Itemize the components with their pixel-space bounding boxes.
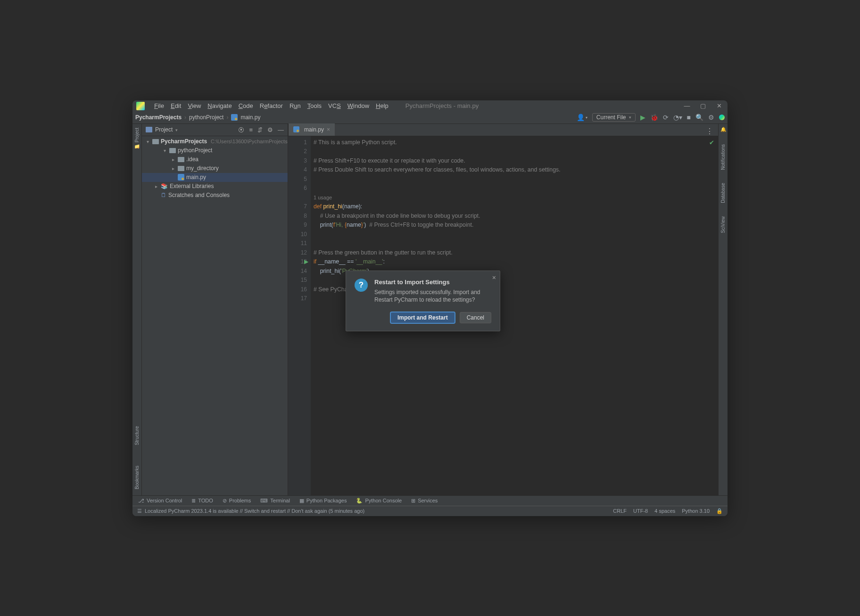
tool-icon: ⊞ [411, 498, 415, 504]
menu-window[interactable]: Window [345, 101, 372, 110]
status-bar: ☰Localized PyCharm 2023.1.4 is available… [132, 506, 728, 516]
bookmarks-tool-button[interactable]: Bookmarks [134, 465, 140, 490]
menu-help[interactable]: Help [373, 101, 391, 110]
notifications-tool-button[interactable]: Notifications [720, 143, 726, 171]
status-message[interactable]: ☰Localized PyCharm 2023.1.4 is available… [137, 508, 364, 514]
stop-icon[interactable]: ■ [687, 114, 691, 121]
tool-icon: ⎇ [138, 498, 144, 504]
status-indicator[interactable]: Python 3.10 [682, 508, 710, 514]
tree-item[interactable]: ▾pythonProject [142, 146, 288, 155]
dialog-close-icon[interactable]: × [492, 274, 496, 281]
settings-gear-icon[interactable]: ⚙ [267, 126, 273, 133]
tool-icon: 🐍 [356, 498, 363, 504]
sciview-tool-button[interactable]: SciView [720, 215, 726, 234]
tree-item-label: External Libraries [170, 183, 214, 189]
project-sidebar: Project ⦿ ≡ ⇵ ⚙ — ▾ PycharmProjects C:\U… [142, 124, 288, 495]
coverage-icon[interactable]: ⟳ [663, 114, 669, 121]
run-icon[interactable]: ▶ [640, 114, 645, 121]
chevron-right-icon[interactable]: ▸ [170, 157, 176, 162]
collapse-all-icon[interactable]: ⇵ [257, 126, 263, 133]
menu-vcs[interactable]: VCS [325, 101, 344, 110]
chevron-right-icon[interactable]: ▸ [170, 166, 176, 171]
tree-item[interactable]: ▸my_directory [142, 164, 288, 173]
select-opened-file-icon[interactable]: ⦿ [238, 126, 244, 133]
expand-all-icon[interactable]: ≡ [249, 126, 253, 133]
breadcrumb-item[interactable]: main.py [240, 114, 260, 121]
tool-icon: ≣ [191, 498, 196, 504]
folder-icon [178, 157, 184, 162]
status-indicator[interactable]: CRLF [613, 508, 627, 514]
scratch-icon: 🗒 [161, 192, 166, 198]
search-icon[interactable]: 🔍 [695, 114, 703, 121]
close-button[interactable]: ✕ [714, 102, 724, 109]
status-indicator[interactable]: UTF-8 [633, 508, 648, 514]
chevron-right-icon: › [226, 114, 228, 121]
chevron-right-icon[interactable]: ▸ [153, 184, 159, 189]
bottom-tool-python-packages[interactable]: ▦Python Packages [299, 498, 347, 504]
bottom-tool-problems[interactable]: ⊘Problems [223, 498, 251, 504]
menu-run[interactable]: Run [287, 101, 304, 110]
tab-more-icon[interactable]: ⋮ [701, 127, 718, 136]
cancel-button[interactable]: Cancel [460, 312, 491, 323]
breadcrumb-item[interactable]: PycharmProjects [135, 114, 182, 121]
project-tool-button[interactable]: 📁Project [134, 127, 140, 151]
lock-icon[interactable]: 🔒 [716, 508, 723, 514]
chevron-down-icon[interactable]: ▾ [145, 139, 150, 144]
notifications-bell-icon[interactable]: 🔔 [720, 127, 726, 132]
code-with-me-icon[interactable] [719, 115, 725, 120]
minimize-button[interactable]: — [682, 102, 692, 109]
editor-tab[interactable]: main.py × [288, 123, 335, 136]
debug-icon[interactable]: 🐞 [650, 114, 658, 121]
bottom-tool-terminal[interactable]: ⌨Terminal [260, 498, 290, 504]
tree-item[interactable]: ▸.idea [142, 155, 288, 164]
tree-root-name[interactable]: PycharmProjects [161, 138, 207, 145]
project-icon [146, 127, 152, 132]
line-number-gutter[interactable]: 123456 789101112▶1314151617 [288, 136, 311, 495]
folder-icon [152, 139, 159, 144]
account-icon[interactable]: 👤 [577, 114, 587, 121]
tree-item[interactable]: main.py [142, 173, 288, 182]
tree-item-label: .idea [186, 156, 198, 163]
import-and-restart-button[interactable]: Import and Restart [390, 312, 455, 323]
database-tool-button[interactable]: Database [720, 182, 726, 204]
close-tab-icon[interactable]: × [327, 126, 330, 133]
pycharm-logo-icon [136, 102, 145, 110]
tree-item-label: my_directory [186, 165, 219, 172]
settings-icon[interactable]: ⚙ [708, 114, 714, 121]
python-file-icon [231, 114, 238, 121]
status-indicator[interactable]: 4 spaces [654, 508, 675, 514]
bottom-tool-version-control[interactable]: ⎇Version Control [138, 498, 182, 504]
breadcrumb-item[interactable]: pythonProject [189, 114, 223, 121]
menu-navigate[interactable]: Navigate [205, 101, 234, 110]
inspection-ok-icon[interactable]: ✔ [709, 139, 714, 146]
bottom-tool-todo[interactable]: ≣TODO [191, 498, 213, 504]
run-config-selector[interactable]: Current File [592, 113, 636, 122]
menu-code[interactable]: Code [236, 101, 256, 110]
python-file-icon [178, 174, 184, 181]
menu-tools[interactable]: Tools [305, 101, 324, 110]
tool-icon: ⌨ [260, 498, 268, 504]
restart-import-dialog: × ? Restart to Import Settings Settings … [346, 271, 500, 331]
profile-icon[interactable]: ◔▾ [673, 114, 682, 121]
menu-file[interactable]: File [151, 101, 167, 110]
tool-icon: ▦ [299, 498, 304, 504]
structure-tool-button[interactable]: Structure [134, 425, 140, 446]
project-tree[interactable]: ▾ PycharmProjects C:\Users\13600\Pycharm… [142, 136, 288, 200]
chevron-down-icon[interactable]: ▾ [162, 148, 167, 153]
tree-item[interactable]: ▸📚External Libraries [142, 182, 288, 191]
question-icon: ? [355, 279, 368, 292]
sidebar-title[interactable]: Project [155, 126, 178, 133]
window-buttons: — ▢ ✕ [682, 102, 724, 109]
bottom-tool-services[interactable]: ⊞Services [411, 498, 438, 504]
tree-item[interactable]: 🗒Scratches and Consoles [142, 191, 288, 200]
hide-icon[interactable]: — [278, 126, 284, 133]
bottom-tool-python-console[interactable]: 🐍Python Console [356, 498, 402, 504]
folder-icon [169, 148, 176, 153]
sidebar-header: Project ⦿ ≡ ⇵ ⚙ — [142, 124, 288, 136]
menu-edit[interactable]: Edit [168, 101, 184, 110]
tree-item-label: pythonProject [178, 147, 212, 154]
tool-icon: ⊘ [223, 498, 227, 504]
menu-refactor[interactable]: Refactor [257, 101, 286, 110]
maximize-button[interactable]: ▢ [698, 102, 708, 109]
menu-view[interactable]: View [185, 101, 204, 110]
